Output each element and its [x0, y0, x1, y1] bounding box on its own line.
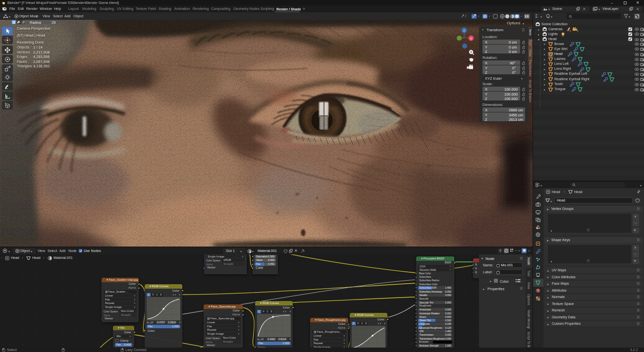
svg-text:3: 3	[577, 29, 579, 32]
svg-text:X: X	[470, 37, 472, 40]
svg-text:Z: Z	[463, 29, 465, 32]
svg-text:3: 3	[570, 29, 571, 32]
